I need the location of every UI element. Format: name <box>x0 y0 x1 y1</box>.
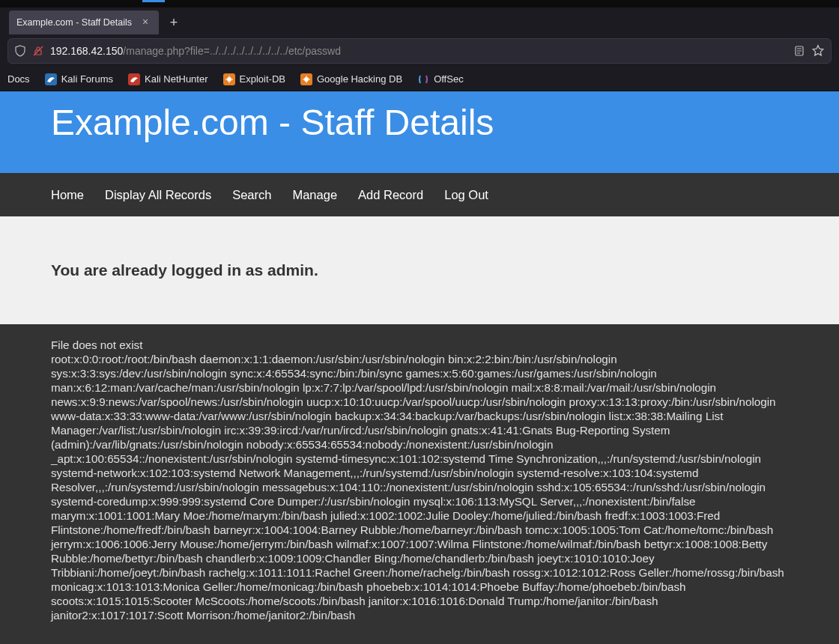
url-bar[interactable]: 192.168.42.150/manage.php?file=../../../… <box>7 38 832 64</box>
svg-point-6 <box>227 77 231 82</box>
page-title: Example.com - Staff Details <box>51 102 839 143</box>
content-top: You are already logged in as admin. <box>0 216 839 324</box>
bookmarks-bar: Docs Kali Forums Kali NetHunter Exploit-… <box>0 67 839 91</box>
bookmark-label: Kali NetHunter <box>145 73 208 85</box>
nav-display-all[interactable]: Display All Records <box>105 188 211 202</box>
nav-manage[interactable]: Manage <box>292 188 337 202</box>
lock-insecure-icon[interactable] <box>32 45 44 57</box>
url-text[interactable]: 192.168.42.150/manage.php?file=../../../… <box>50 45 787 57</box>
window-top-strip <box>0 0 839 7</box>
login-status-message: You are already logged in as admin. <box>51 261 788 279</box>
dragon-icon <box>45 73 57 85</box>
page-viewport: Example.com - Staff Details Home Display… <box>0 91 839 644</box>
offsec-icon <box>417 73 429 85</box>
bug-icon <box>223 73 235 85</box>
nav-log-out[interactable]: Log Out <box>444 188 488 202</box>
close-icon[interactable]: × <box>139 16 151 28</box>
new-tab-button[interactable]: + <box>163 12 184 33</box>
bookmark-label: Exploit-DB <box>240 73 285 85</box>
shield-icon[interactable] <box>14 45 26 57</box>
reader-mode-icon[interactable] <box>793 45 805 57</box>
bookmark-exploit-db[interactable]: Exploit-DB <box>222 70 287 88</box>
tab-bar: Example.com - Staff Details × + <box>0 7 839 34</box>
bug-icon <box>300 73 312 85</box>
bookmark-label: Kali Forums <box>61 73 113 85</box>
bookmark-label: OffSec <box>434 73 464 85</box>
bookmark-label: Docs <box>7 73 30 85</box>
bookmark-docs[interactable]: Docs <box>6 70 31 88</box>
main-nav: Home Display All Records Search Manage A… <box>0 173 839 216</box>
page-header: Example.com - Staff Details <box>0 91 839 173</box>
bookmark-label: Google Hacking DB <box>317 73 402 85</box>
browser-tab-active[interactable]: Example.com - Staff Details × <box>9 10 159 34</box>
bookmark-offsec[interactable]: OffSec <box>416 70 465 88</box>
bookmark-star-icon[interactable] <box>811 44 825 58</box>
tab-title: Example.com - Staff Details <box>16 17 133 28</box>
content-bottom: File does not exist root:x:0:0:root:/roo… <box>0 324 839 644</box>
svg-point-11 <box>304 77 309 82</box>
url-host: 192.168.42.150 <box>50 45 123 57</box>
bookmark-kali-forums[interactable]: Kali Forums <box>43 70 115 88</box>
toolbar: 192.168.42.150/manage.php?file=../../../… <box>0 34 839 67</box>
bookmark-google-hacking-db[interactable]: Google Hacking DB <box>299 70 404 88</box>
nav-home[interactable]: Home <box>51 188 84 202</box>
dragon-icon <box>128 73 140 85</box>
passwd-file-dump: root:x:0:0:root:/root:/bin/bash daemon:x… <box>51 352 788 622</box>
nav-add-record[interactable]: Add Record <box>358 188 423 202</box>
file-error-message: File does not exist <box>51 338 788 352</box>
bookmark-kali-nethunter[interactable]: Kali NetHunter <box>127 70 210 88</box>
nav-search[interactable]: Search <box>232 188 271 202</box>
url-path: /manage.php?file=../../../../../../../..… <box>123 45 341 57</box>
